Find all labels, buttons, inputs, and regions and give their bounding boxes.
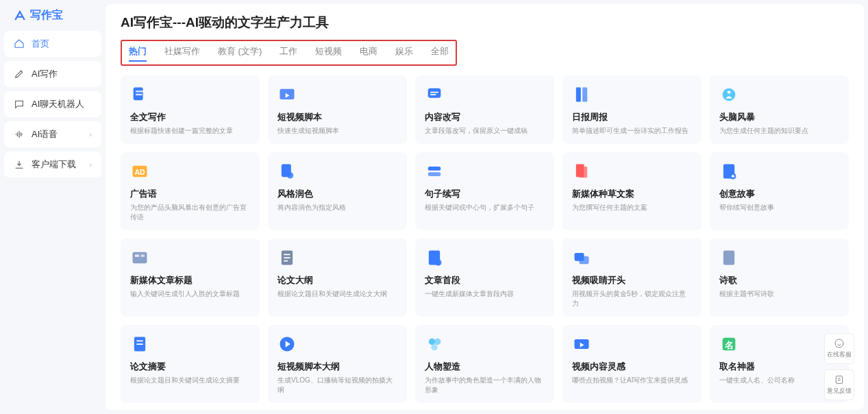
svg-point-8	[723, 88, 736, 101]
float-support[interactable]: 在线客服	[824, 333, 854, 364]
download-icon	[14, 159, 25, 170]
tab-4[interactable]: 短视频	[315, 45, 342, 62]
card-16[interactable]: 短视频脚本大纲生成VLOG、口播稿等短视频的拍摄大纲	[268, 325, 407, 403]
svg-point-39	[835, 339, 843, 348]
card-desc: 根据论文题目和关键词生成论文摘要	[130, 376, 250, 385]
category-tabs: 热门社媒写作教育 (文学)工作短视频电商娱乐全部	[121, 40, 457, 66]
card-icon	[572, 248, 591, 267]
brand-logo[interactable]: 写作宝	[4, 4, 101, 27]
float-support-label: 在线客服	[827, 350, 852, 359]
sidebar-item-4[interactable]: 客户端下载›	[4, 151, 101, 178]
sidebar-item-label: 首页	[32, 38, 49, 50]
card-5[interactable]: AD广告语为您的产品头脑风暴出有创意的广告宣传语	[121, 152, 260, 230]
card-icon	[719, 248, 739, 267]
card-title: 诗歌	[719, 274, 839, 287]
card-icon	[130, 334, 149, 354]
card-desc: 为您撰写任何主题的文案	[572, 203, 692, 212]
svg-point-33	[434, 339, 441, 345]
card-icon	[572, 85, 591, 104]
float-feedback[interactable]: 意见反馈	[824, 369, 854, 400]
svg-rect-21	[135, 254, 139, 257]
card-desc: 生成VLOG、口播稿等短视频的拍摄大纲	[277, 376, 397, 395]
card-2[interactable]: 内容改写文章段落改写，保留原义一键成稿	[415, 75, 554, 144]
card-title: 文章首段	[425, 274, 545, 287]
smile-icon	[834, 338, 845, 349]
svg-rect-5	[428, 88, 441, 98]
card-title: 句子续写	[425, 188, 545, 200]
card-desc: 根据标题快速创建一篇完整的文章	[130, 126, 250, 136]
card-icon	[425, 85, 444, 104]
tab-2[interactable]: 教育 (文学)	[218, 45, 262, 62]
card-title: 短视频脚本	[277, 111, 397, 123]
card-title: 新媒体文章标题	[130, 274, 250, 287]
card-3[interactable]: 日报周报简单描述即可生成一份详实的工作报告	[562, 75, 702, 144]
card-icon	[425, 334, 444, 354]
card-icon	[425, 162, 444, 181]
svg-text:名: 名	[724, 340, 734, 350]
sidebar-item-0[interactable]: 首页	[4, 31, 101, 57]
card-11[interactable]: 论文大纲根据论文题目和关键词生成论文大纲	[268, 239, 407, 317]
logo-icon	[14, 10, 26, 22]
svg-rect-15	[428, 172, 441, 176]
sidebar-item-1[interactable]: AI写作	[4, 61, 101, 87]
svg-rect-6	[576, 88, 581, 102]
card-14[interactable]: 诗歌根据主题书写诗歌	[710, 239, 849, 317]
pencil-icon	[14, 69, 25, 80]
chat-icon	[14, 99, 25, 110]
card-desc: 一键生成新媒体文章首段内容	[425, 289, 545, 299]
card-title: 广告语	[130, 188, 250, 200]
card-icon	[277, 162, 297, 181]
card-12[interactable]: 文章首段一键生成新媒体文章首段内容	[415, 239, 554, 317]
svg-rect-20	[133, 252, 147, 263]
card-desc: 快速生成短视频脚本	[277, 126, 397, 136]
tab-3[interactable]: 工作	[280, 45, 297, 62]
note-icon	[834, 374, 845, 385]
tab-1[interactable]: 社媒写作	[164, 45, 200, 62]
card-0[interactable]: 全文写作根据标题快速创建一篇完整的文章	[121, 75, 260, 144]
svg-point-34	[431, 344, 437, 350]
audio-icon	[14, 129, 25, 140]
card-icon	[130, 85, 149, 104]
card-icon	[130, 248, 149, 267]
card-title: 人物塑造	[425, 361, 545, 373]
card-1[interactable]: 短视频脚本快速生成短视频脚本	[268, 75, 407, 144]
card-desc: 根据关键词或中心句，扩展多个句子	[425, 203, 545, 212]
card-desc: 用视频开头的黄金5秒，锁定观众注意力	[572, 289, 692, 308]
card-desc: 为作故事中的角色塑造一个丰满的人物形象	[425, 376, 545, 395]
card-desc: 为您生成任何主题的知识要点	[719, 126, 839, 136]
card-title: 取名神器	[719, 361, 839, 373]
card-desc: 哪些点拍视频？让AI写作宝来提供灵感	[572, 376, 692, 385]
brand-name: 写作宝	[30, 8, 63, 23]
card-15[interactable]: 论文摘要根据论文题目和关键词生成论文摘要	[121, 325, 260, 403]
tab-5[interactable]: 电商	[360, 45, 377, 62]
card-desc: 输入关键词生成引人入胜的文章标题	[130, 289, 250, 299]
svg-point-25	[435, 259, 441, 265]
tab-6[interactable]: 娱乐	[395, 45, 413, 62]
card-17[interactable]: 人物塑造为作故事中的角色塑造一个丰满的人物形象	[415, 325, 554, 403]
sidebar-item-label: 客户端下载	[32, 158, 76, 171]
card-10[interactable]: 新媒体文章标题输入关键词生成引人入胜的文章标题	[121, 239, 260, 317]
card-title: 论文大纲	[277, 274, 397, 287]
float-buttons: 在线客服 意见反馈	[824, 333, 854, 400]
card-icon	[572, 162, 591, 181]
sidebar-item-3[interactable]: AI语音›	[4, 121, 101, 147]
card-9[interactable]: 创意故事帮你续写创意故事	[710, 152, 849, 230]
card-7[interactable]: 句子续写根据关键词或中心句，扩展多个句子	[415, 152, 554, 230]
svg-rect-17	[580, 167, 588, 178]
card-title: 视频吸睛开头	[572, 274, 692, 287]
card-6[interactable]: 风格润色将内容润色为指定风格	[268, 152, 407, 230]
chevron-right-icon: ›	[89, 160, 92, 169]
svg-rect-7	[582, 88, 587, 102]
tab-7[interactable]: 全部	[431, 45, 449, 62]
card-13[interactable]: 视频吸睛开头用视频开头的黄金5秒，锁定观众注意力	[562, 239, 702, 317]
tab-0[interactable]: 热门	[129, 45, 147, 62]
svg-rect-2	[136, 94, 142, 95]
svg-rect-1	[136, 90, 144, 92]
card-desc: 文章段落改写，保留原义一键成稿	[425, 126, 545, 136]
card-desc: 根据主题书写诗歌	[719, 289, 839, 299]
sidebar-item-2[interactable]: AI聊天机器人	[4, 91, 101, 117]
card-title: 短视频脚本大纲	[277, 361, 397, 373]
card-18[interactable]: 视频内容灵感哪些点拍视频？让AI写作宝来提供灵感	[562, 325, 702, 403]
card-8[interactable]: 新媒体种草文案为您撰写任何主题的文案	[562, 152, 702, 230]
card-4[interactable]: 头脑风暴为您生成任何主题的知识要点	[710, 75, 849, 144]
